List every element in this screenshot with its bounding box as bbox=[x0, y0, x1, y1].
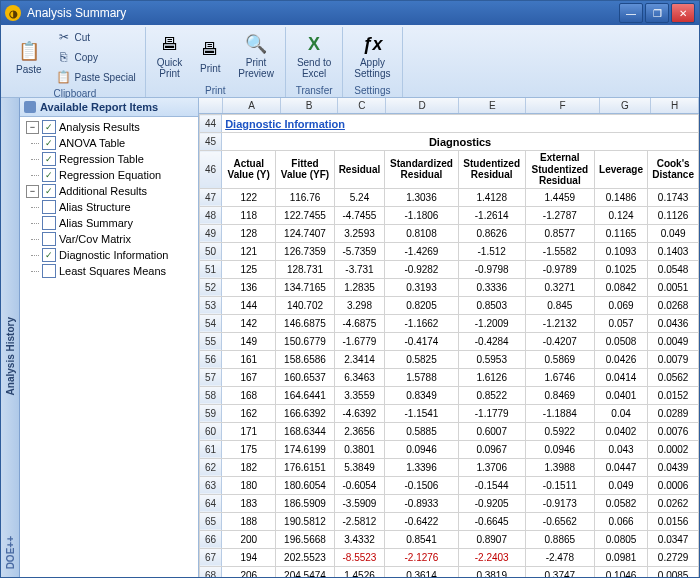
cell[interactable]: 164.6441 bbox=[276, 386, 334, 404]
cell[interactable]: 0.8577 bbox=[525, 224, 594, 242]
cell[interactable]: StandardizedResidual bbox=[385, 151, 458, 189]
cell[interactable]: 124.7407 bbox=[276, 224, 334, 242]
tree-item[interactable]: ✓Diagnostic Information bbox=[22, 247, 196, 263]
checkbox[interactable]: ✓ bbox=[42, 136, 56, 150]
cell[interactable]: 0.8469 bbox=[525, 386, 594, 404]
cell[interactable]: 1.4459 bbox=[525, 188, 594, 206]
cell[interactable]: 3.4332 bbox=[334, 530, 385, 548]
cell[interactable]: 0.124 bbox=[594, 206, 647, 224]
maximize-button[interactable]: ❐ bbox=[645, 3, 669, 23]
cell[interactable]: 0.8503 bbox=[458, 296, 525, 314]
cell[interactable]: 5.3849 bbox=[334, 458, 385, 476]
cell[interactable]: 1.3396 bbox=[385, 458, 458, 476]
cell[interactable]: 1.6746 bbox=[525, 368, 594, 386]
cell[interactable]: 0.0946 bbox=[525, 440, 594, 458]
collapse-icon[interactable]: − bbox=[26, 121, 39, 134]
col-header[interactable]: H bbox=[651, 98, 699, 113]
cell[interactable]: 0.0289 bbox=[648, 404, 699, 422]
cell[interactable]: -2.5812 bbox=[334, 512, 385, 530]
cell[interactable]: -1.6779 bbox=[334, 332, 385, 350]
cell[interactable]: -1.5582 bbox=[525, 242, 594, 260]
col-header[interactable]: C bbox=[338, 98, 386, 113]
checkbox[interactable]: ✓ bbox=[42, 168, 56, 182]
col-header[interactable]: E bbox=[459, 98, 526, 113]
cell[interactable]: 161 bbox=[222, 350, 276, 368]
cell[interactable]: 183 bbox=[222, 494, 276, 512]
cell[interactable]: -1.4269 bbox=[385, 242, 458, 260]
cell[interactable]: -8.5523 bbox=[334, 548, 385, 566]
cell[interactable]: 0.0051 bbox=[648, 278, 699, 296]
checkbox[interactable]: ✓ bbox=[42, 248, 56, 262]
cell[interactable]: 0.0842 bbox=[594, 278, 647, 296]
cell[interactable]: 0.066 bbox=[594, 512, 647, 530]
row-header[interactable]: 65 bbox=[200, 512, 222, 530]
cell[interactable]: 186.5909 bbox=[276, 494, 334, 512]
cell[interactable]: 0.3193 bbox=[385, 278, 458, 296]
cell[interactable]: 0.8522 bbox=[458, 386, 525, 404]
cell[interactable]: 0.049 bbox=[648, 224, 699, 242]
col-header[interactable]: F bbox=[526, 98, 599, 113]
cell[interactable]: -0.9205 bbox=[458, 494, 525, 512]
cell[interactable]: 0.845 bbox=[525, 296, 594, 314]
cell[interactable]: 0.0562 bbox=[648, 368, 699, 386]
row-header[interactable]: 64 bbox=[200, 494, 222, 512]
cell[interactable]: -1.1541 bbox=[385, 404, 458, 422]
cell[interactable]: -1.2614 bbox=[458, 206, 525, 224]
tree-item[interactable]: ✓ANOVA Table bbox=[22, 135, 196, 151]
cell[interactable]: -1.2787 bbox=[525, 206, 594, 224]
cell[interactable]: 125 bbox=[222, 260, 276, 278]
row-header[interactable]: 44 bbox=[200, 115, 222, 133]
cell[interactable]: -4.6392 bbox=[334, 404, 385, 422]
cell[interactable]: 0.3271 bbox=[525, 278, 594, 296]
cell[interactable]: 0.3801 bbox=[334, 440, 385, 458]
cell[interactable]: 190.5812 bbox=[276, 512, 334, 530]
cell[interactable]: -1.1884 bbox=[525, 404, 594, 422]
cell[interactable]: 168 bbox=[222, 386, 276, 404]
cell[interactable]: 0.0076 bbox=[648, 422, 699, 440]
cell[interactable]: 180 bbox=[222, 476, 276, 494]
grid-body[interactable]: 44Diagnostic Information45Diagnostics46A… bbox=[199, 114, 699, 577]
cell[interactable]: 0.2729 bbox=[648, 548, 699, 566]
cell[interactable]: -1.1806 bbox=[385, 206, 458, 224]
cell[interactable]: 0.3336 bbox=[458, 278, 525, 296]
cell[interactable]: 122 bbox=[222, 188, 276, 206]
cell[interactable]: 0.0981 bbox=[594, 548, 647, 566]
cell[interactable]: 126.7359 bbox=[276, 242, 334, 260]
checkbox[interactable] bbox=[42, 232, 56, 246]
cell[interactable]: 118 bbox=[222, 206, 276, 224]
cell[interactable]: 150.6779 bbox=[276, 332, 334, 350]
cell[interactable]: 0.0006 bbox=[648, 476, 699, 494]
cell[interactable]: -0.9282 bbox=[385, 260, 458, 278]
cell[interactable]: 167 bbox=[222, 368, 276, 386]
cell[interactable]: ExternalStudentizedResidual bbox=[525, 151, 594, 189]
close-button[interactable]: ✕ bbox=[671, 3, 695, 23]
cell[interactable]: 1.6126 bbox=[458, 368, 525, 386]
cell[interactable]: -1.1779 bbox=[458, 404, 525, 422]
cell[interactable]: 0.1165 bbox=[594, 224, 647, 242]
quick-print-button[interactable]: 🖶Quick Print bbox=[150, 29, 190, 82]
cell[interactable]: -0.1544 bbox=[458, 476, 525, 494]
cell[interactable]: 149 bbox=[222, 332, 276, 350]
cell[interactable]: 0.8907 bbox=[458, 530, 525, 548]
cell[interactable]: 5.24 bbox=[334, 188, 385, 206]
cell[interactable]: Residual bbox=[334, 151, 385, 189]
tree-item[interactable]: Least Squares Means bbox=[22, 263, 196, 279]
tree-group[interactable]: −✓Analysis Results bbox=[22, 119, 196, 135]
cut-button[interactable]: ✂Cut bbox=[51, 27, 141, 47]
col-header[interactable]: B bbox=[281, 98, 339, 113]
cell[interactable]: 0.5953 bbox=[458, 350, 525, 368]
cell[interactable]: 140.702 bbox=[276, 296, 334, 314]
cell[interactable]: 144 bbox=[222, 296, 276, 314]
row-header[interactable]: 52 bbox=[200, 278, 222, 296]
cell[interactable]: -0.9173 bbox=[525, 494, 594, 512]
cell[interactable]: 0.069 bbox=[594, 296, 647, 314]
cell[interactable]: -3.5909 bbox=[334, 494, 385, 512]
cell[interactable]: 0.0085 bbox=[648, 566, 699, 577]
cell[interactable]: 3.2593 bbox=[334, 224, 385, 242]
row-header[interactable]: 68 bbox=[200, 566, 222, 577]
cell[interactable]: 121 bbox=[222, 242, 276, 260]
paste-button[interactable]: 📋 Paste bbox=[9, 36, 49, 78]
cell[interactable]: Leverage bbox=[594, 151, 647, 189]
apply-settings-button[interactable]: ƒxApply Settings bbox=[347, 29, 397, 82]
cell[interactable]: -0.9798 bbox=[458, 260, 525, 278]
